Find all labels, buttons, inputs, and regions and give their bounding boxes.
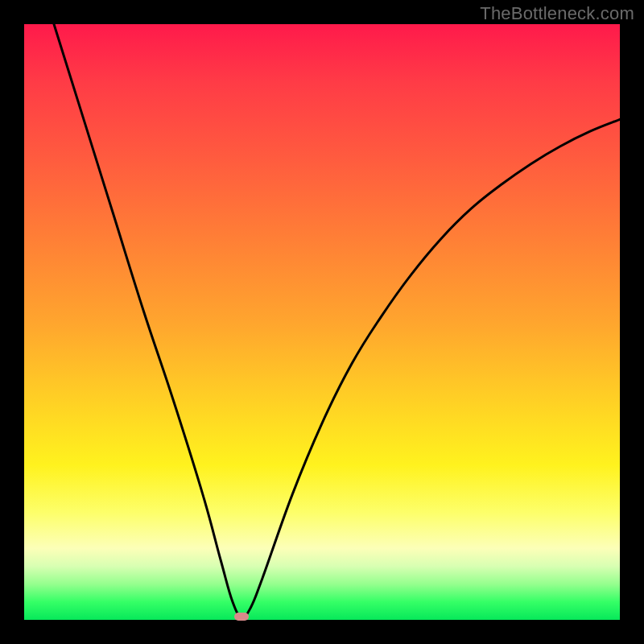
chart-frame: TheBottleneck.com: [0, 0, 644, 644]
optimum-marker: [234, 613, 249, 621]
curve-svg: [24, 24, 620, 620]
bottleneck-curve: [54, 24, 620, 617]
plot-area: [24, 24, 620, 620]
watermark-text: TheBottleneck.com: [480, 3, 634, 24]
